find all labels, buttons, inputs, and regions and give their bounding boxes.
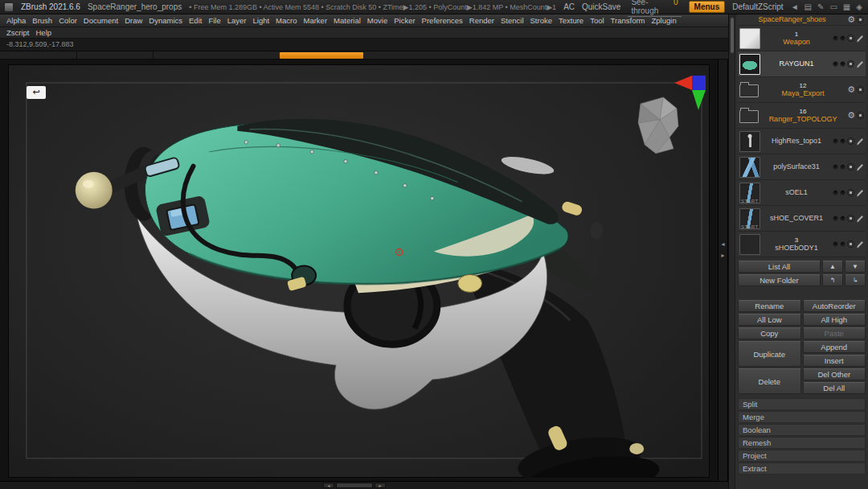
section-remesh[interactable]: Remesh: [738, 437, 866, 449]
delete-button[interactable]: Delete: [738, 368, 801, 394]
menu-help[interactable]: Help: [33, 28, 55, 37]
pen-icon[interactable]: ✎: [817, 2, 824, 11]
menu-layer[interactable]: Layer: [224, 16, 250, 25]
edit-pen-icon[interactable]: [856, 163, 864, 171]
subtool-item-ranger-topology[interactable]: 16Ranger_TOPOLOGY⚙: [738, 103, 866, 129]
menu-marker[interactable]: Marker: [301, 16, 331, 25]
material-toggle-icon[interactable]: [833, 241, 838, 247]
subtool-scrollbar[interactable]: [729, 14, 735, 489]
menu-picker[interactable]: Picker: [391, 16, 418, 25]
menu-tool[interactable]: Tool: [587, 16, 607, 25]
paste-button[interactable]: Paste: [803, 327, 866, 339]
menu-edit[interactable]: Edit: [186, 16, 205, 25]
see-through-slider[interactable]: See-through 0: [628, 0, 681, 17]
gear-icon[interactable]: ⚙: [847, 111, 855, 120]
subtool-thumbnail[interactable]: [739, 54, 760, 75]
move-up-button[interactable]: ▲: [822, 261, 843, 273]
all-low-button[interactable]: All Low: [738, 314, 801, 326]
material-toggle-icon[interactable]: [833, 216, 838, 221]
divider-collapse-right-icon[interactable]: ►: [720, 253, 726, 258]
menu-render[interactable]: Render: [466, 16, 497, 25]
edit-pen-icon[interactable]: [856, 35, 864, 43]
menu-draw[interactable]: Draw: [121, 16, 145, 25]
subtool-item-raygun1[interactable]: RAYGUN1: [738, 51, 866, 77]
texture-toggle-icon[interactable]: [840, 35, 845, 41]
section-merge[interactable]: Merge: [738, 411, 866, 423]
canvas-h-scrollbar[interactable]: [0, 51, 728, 60]
material-toggle-icon[interactable]: [833, 35, 838, 41]
tablet-icon[interactable]: ▭: [829, 2, 837, 11]
section-boolean[interactable]: Boolean: [738, 424, 866, 436]
material-toggle-icon[interactable]: [833, 164, 838, 170]
move-out-of-folder-button[interactable]: ↰: [822, 274, 843, 286]
subtool-item-maya-export[interactable]: 12Maya_Export⚙: [738, 77, 866, 103]
material-toggle-icon[interactable]: [833, 61, 838, 67]
menu-dynamics[interactable]: Dynamics: [145, 16, 186, 25]
subtool-thumbnail[interactable]: [739, 234, 760, 255]
section-extract[interactable]: Extract: [738, 462, 866, 475]
edit-pen-icon[interactable]: [856, 138, 864, 146]
subtool-item-weapon[interactable]: 1Weapon: [738, 26, 866, 51]
quicksave-button[interactable]: QuickSave: [582, 2, 620, 11]
menu-color[interactable]: Color: [55, 16, 80, 25]
section-project[interactable]: Project: [738, 450, 866, 462]
menu-texture[interactable]: Texture: [555, 16, 587, 25]
subtool-item-soel1[interactable]: sOEL1START: [738, 180, 866, 206]
menu-brush[interactable]: Brush: [29, 16, 55, 25]
visibility-eye-icon[interactable]: [857, 86, 864, 93]
duplicate-button[interactable]: Duplicate: [738, 341, 801, 367]
edit-pen-icon[interactable]: [856, 60, 864, 68]
append-button[interactable]: Append: [803, 341, 866, 353]
axis-gizmo[interactable]: [674, 76, 706, 110]
menu-stroke[interactable]: Stroke: [527, 16, 555, 25]
visibility-eye-icon[interactable]: [847, 240, 854, 248]
menu-transform[interactable]: Transform: [608, 16, 649, 25]
raygun-model[interactable]: [76, 119, 662, 478]
texture-toggle-icon[interactable]: [840, 241, 845, 247]
gear-icon[interactable]: ⚙: [847, 85, 855, 94]
menu-stencil[interactable]: Stencil: [497, 16, 527, 25]
edit-pen-icon[interactable]: [856, 189, 864, 197]
del-all-button[interactable]: Del All: [803, 382, 866, 394]
default-zscript-button[interactable]: DefaultZScript: [732, 2, 783, 11]
timeline-icon[interactable]: ◄: [791, 2, 799, 11]
canvas-h-scroll-thumb[interactable]: [280, 52, 363, 59]
canvas-bottom-scrollbar[interactable]: ◄ ►: [323, 483, 386, 488]
visibility-eye-icon[interactable]: [847, 35, 854, 42]
visibility-eye-icon[interactable]: [857, 16, 864, 23]
section-split[interactable]: Split: [738, 398, 866, 410]
edit-pen-icon[interactable]: [856, 240, 864, 249]
texture-toggle-icon[interactable]: [840, 190, 845, 195]
new-folder-button[interactable]: New Folder: [738, 274, 821, 286]
edit-pen-icon[interactable]: [856, 215, 864, 223]
menu-macro[interactable]: Macro: [272, 16, 300, 25]
menu-file[interactable]: File: [205, 16, 223, 25]
subtool-item-shoe-cover1[interactable]: sHOE_COVER1START: [738, 206, 866, 232]
rename-button[interactable]: Rename: [738, 300, 801, 312]
move-into-folder-button[interactable]: ↳: [845, 274, 866, 286]
visibility-eye-icon[interactable]: [847, 138, 854, 145]
undo-history-icon[interactable]: ↩: [27, 86, 46, 99]
menu-zplugin[interactable]: Zplugin: [649, 16, 680, 25]
material-toggle-icon[interactable]: [833, 138, 838, 144]
menu-movie[interactable]: Movie: [364, 16, 391, 25]
subtool-item-polysurface31[interactable]: polySurface31: [738, 154, 866, 180]
del-other-button[interactable]: Del Other: [803, 368, 866, 380]
subtool-item-highres-topo1[interactable]: HighRes_topo1: [738, 129, 866, 154]
move-down-button[interactable]: ▼: [845, 261, 866, 273]
grid-icon[interactable]: ▤: [805, 2, 812, 11]
monitor-icon[interactable]: ▦: [843, 2, 850, 11]
menus-button[interactable]: Menus: [689, 1, 726, 13]
all-high-button[interactable]: All High: [803, 314, 866, 326]
sculpt-viewport[interactable]: ↩: [8, 64, 710, 478]
subtool-item-shoebody1[interactable]: 3sHOEbODY1: [738, 232, 866, 257]
bottom-scroll-left-icon[interactable]: ◄: [323, 483, 334, 488]
bottom-scroll-right-icon[interactable]: ►: [375, 483, 386, 488]
reference-head-model[interactable]: [638, 97, 678, 154]
visibility-eye-icon[interactable]: [847, 163, 854, 171]
ac-toggle[interactable]: AC: [563, 2, 575, 11]
bottom-scroll-thumb[interactable]: [336, 483, 373, 488]
subtool-thumbnail[interactable]: [739, 131, 760, 152]
autoreorder-button[interactable]: AutoReorder: [803, 300, 866, 312]
visibility-eye-icon[interactable]: [857, 112, 864, 119]
